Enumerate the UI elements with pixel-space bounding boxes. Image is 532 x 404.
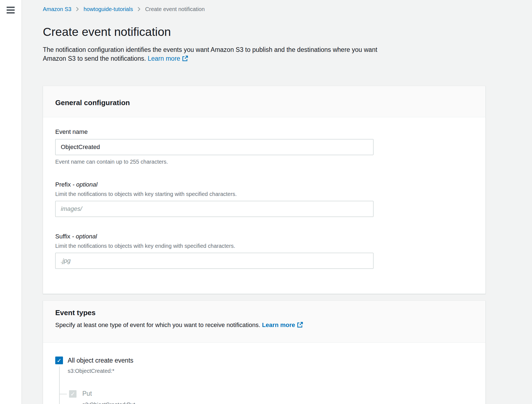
page-description-line1: The notification configuration identifie… [43,46,377,53]
learn-more-link[interactable]: Learn more [148,55,188,62]
event-types-tree: ✓ All object create events s3:ObjectCrea… [55,357,473,404]
event-name-input[interactable] [55,139,373,155]
suffix-helper: Limit the notifications to objects with … [55,243,473,249]
put-event-code: s3:ObjectCreated:Put [82,402,473,404]
main-content: Amazon S3 howtoguide-tutorials Create ev… [22,0,532,404]
event-types-body: ✓ All object create events s3:ObjectCrea… [43,343,485,404]
collapsed-sidebar [0,0,22,404]
event-types-header: Event types Specify at least one type of… [43,301,485,343]
all-object-create-events-row: ✓ All object create events [55,357,473,364]
prefix-label: Prefix - optional [55,181,473,188]
prefix-helper: Limit the notifications to objects with … [55,191,473,197]
general-configuration-body: Event name Event name can contain up to … [43,117,485,294]
suffix-field-group: Suffix - optional Limit the notification… [55,233,473,269]
external-link-icon [182,55,188,64]
event-name-label: Event name [55,128,473,135]
breadcrumb-link-bucket[interactable]: howtoguide-tutorials [83,6,133,13]
general-configuration-card: General configuration Event name Event n… [43,86,486,294]
prefix-field-group: Prefix - optional Limit the notification… [55,181,473,217]
breadcrumb: Amazon S3 howtoguide-tutorials Create ev… [43,0,486,13]
event-types-title: Event types [55,309,473,317]
event-types-learn-more-link[interactable]: Learn more [262,321,303,328]
breadcrumb-current-page: Create event notification [145,6,205,13]
page-description-line2: Amazon S3 to send the notifications. [43,55,146,62]
page-title: Create event notification [43,25,486,39]
page-description: The notification configuration identifie… [43,45,486,64]
put-event-label: Put [82,390,92,397]
check-icon: ✓ [57,358,62,363]
put-event-checkbox: ✓ [69,390,77,398]
check-icon: ✓ [70,391,75,397]
all-object-create-events-code: s3:ObjectCreated:* [68,368,473,374]
put-event-row: ✓ Put s3:ObjectCreated:Put [55,390,473,404]
general-configuration-header: General configuration [43,86,485,117]
event-types-description: Specify at least one type of event for w… [55,321,473,330]
prefix-input[interactable] [55,201,373,217]
prefix-optional-label: - optional [72,181,98,188]
event-name-field-group: Event name Event name can contain up to … [55,128,473,165]
suffix-label: Suffix - optional [55,233,473,240]
breadcrumb-link-amazon-s3[interactable]: Amazon S3 [43,6,71,13]
external-link-icon [297,322,303,330]
hamburger-icon [7,7,15,14]
all-object-create-events-label[interactable]: All object create events [68,357,133,364]
general-configuration-title: General configuration [55,99,473,107]
chevron-right-icon [75,7,80,12]
tree-branch-line [59,394,67,394]
chevron-right-icon [136,7,141,12]
all-object-create-events-checkbox[interactable]: ✓ [55,357,63,364]
event-types-card: Event types Specify at least one type of… [43,301,486,404]
event-name-helper: Event name can contain up to 255 charact… [55,158,473,165]
suffix-optional-label: - optional [72,233,97,240]
menu-button[interactable] [7,7,15,14]
suffix-input[interactable] [55,253,373,269]
